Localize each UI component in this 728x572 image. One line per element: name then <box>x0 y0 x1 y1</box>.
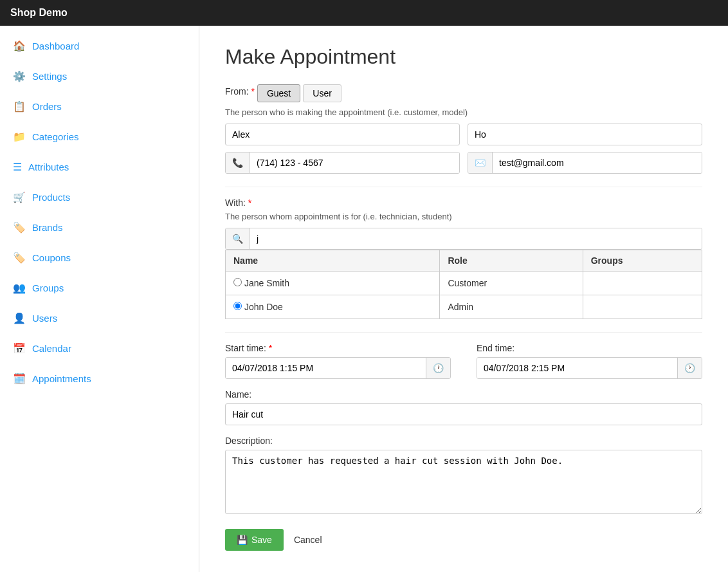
email-input[interactable] <box>493 152 702 173</box>
appointment-name-label: Name: <box>225 389 702 400</box>
cell-groups-1 <box>583 295 702 319</box>
attributes-icon: ☰ <box>13 161 22 173</box>
sidebar: 🏠 Dashboard ⚙️ Settings 📋 Orders 📁 Categ… <box>0 26 199 572</box>
cell-groups-0 <box>583 272 702 295</box>
table-row[interactable]: John Doe Admin <box>226 295 702 319</box>
end-time-input[interactable] <box>477 358 677 378</box>
from-label: From: * <box>225 86 255 97</box>
email-field: ✉️ <box>468 152 702 174</box>
sidebar-item-appointments[interactable]: 🗓️ Appointments <box>0 364 199 394</box>
with-label: With: * <box>225 198 702 208</box>
first-name-input[interactable] <box>225 124 460 145</box>
start-required: * <box>269 343 272 353</box>
user-radio-1[interactable] <box>233 302 242 310</box>
col-groups: Groups <box>583 250 702 272</box>
last-name-input[interactable] <box>468 124 702 145</box>
settings-icon: ⚙️ <box>13 70 26 82</box>
cell-name: Jane Smith <box>226 272 440 295</box>
search-icon: 🔍 <box>226 228 250 249</box>
user-table: Name Role Groups Jane Smith Customer Joh… <box>225 250 702 319</box>
guest-button[interactable]: Guest <box>257 84 300 102</box>
users-icon: 👤 <box>13 312 26 324</box>
save-button[interactable]: 💾 Save <box>225 529 284 551</box>
table-row[interactable]: Jane Smith Customer <box>226 272 702 295</box>
sidebar-label-products: Products <box>32 192 70 203</box>
contact-row: 📞 ✉️ <box>225 152 702 174</box>
with-required: * <box>248 198 251 208</box>
end-clock-icon[interactable]: 🕐 <box>677 358 702 378</box>
start-clock-icon[interactable]: 🕐 <box>426 358 450 378</box>
sidebar-item-categories[interactable]: 📁 Categories <box>0 122 199 152</box>
sidebar-item-brands[interactable]: 🏷️ Brands <box>0 212 199 243</box>
from-toggle-row: From: * Guest User <box>225 84 702 102</box>
sidebar-label-attributes: Attributes <box>28 161 69 172</box>
sidebar-item-products[interactable]: 🛒 Products <box>0 182 199 212</box>
groups-icon: 👥 <box>13 282 26 294</box>
start-time-label: Start time: * <box>225 343 451 353</box>
start-time-field: Start time: * 🕐 <box>225 343 451 379</box>
from-required: * <box>251 86 254 97</box>
sidebar-label-coupons: Coupons <box>32 252 71 263</box>
sidebar-label-users: Users <box>32 313 57 324</box>
end-time-label: End time: <box>477 343 702 353</box>
end-time-wrap: 🕐 <box>477 357 702 379</box>
cell-role-1: Admin <box>440 295 583 319</box>
app-title: Shop Demo <box>10 7 68 19</box>
sidebar-item-calendar[interactable]: 📅 Calendar <box>0 333 199 364</box>
phone-icon: 📞 <box>226 152 250 173</box>
sidebar-item-dashboard[interactable]: 🏠 Dashboard <box>0 31 199 61</box>
sidebar-label-dashboard: Dashboard <box>32 41 79 51</box>
start-time-wrap: 🕐 <box>225 357 451 379</box>
with-search-input[interactable] <box>250 228 702 249</box>
appointment-name-input[interactable] <box>225 403 702 425</box>
dashboard-icon: 🏠 <box>13 40 26 52</box>
with-section: With: * The person whom appointment is f… <box>225 198 702 319</box>
sidebar-label-appointments: Appointments <box>32 373 91 384</box>
coupons-icon: 🏷️ <box>13 252 26 264</box>
actions-row: 💾 Save Cancel <box>225 529 702 551</box>
sidebar-item-attributes[interactable]: ☰ Attributes <box>0 152 199 182</box>
appointment-name-field: Name: <box>225 389 702 425</box>
user-button[interactable]: User <box>303 84 341 102</box>
categories-icon: 📁 <box>13 131 26 143</box>
sidebar-item-users[interactable]: 👤 Users <box>0 303 199 333</box>
sidebar-item-groups[interactable]: 👥 Groups <box>0 273 199 303</box>
user-name-1: John Doe <box>244 302 283 312</box>
sidebar-item-orders[interactable]: 📋 Orders <box>0 91 199 122</box>
col-role: Role <box>440 250 583 272</box>
sidebar-label-brands: Brands <box>32 222 63 233</box>
calendar-icon: 📅 <box>13 342 26 355</box>
user-radio-0[interactable] <box>233 278 242 286</box>
cell-name: John Doe <box>226 295 440 319</box>
cell-role-0: Customer <box>440 272 583 295</box>
sidebar-item-coupons[interactable]: 🏷️ Coupons <box>0 243 199 273</box>
email-icon: ✉️ <box>468 152 493 173</box>
from-hint: The person who is making the appointment… <box>225 107 702 117</box>
user-name-0: Jane Smith <box>244 278 289 288</box>
end-time-field: End time: 🕐 <box>477 343 702 379</box>
appointments-icon: 🗓️ <box>13 373 26 385</box>
topbar: Shop Demo <box>0 0 728 26</box>
description-label: Description: <box>225 436 702 446</box>
brands-icon: 🏷️ <box>13 221 26 234</box>
time-row: Start time: * 🕐 End time: 🕐 <box>225 343 702 379</box>
orders-icon: 📋 <box>13 100 26 113</box>
name-row <box>225 124 702 145</box>
with-search-box: 🔍 <box>225 228 702 250</box>
description-textarea[interactable] <box>225 450 702 514</box>
with-hint: The person whom appointment is for (i.e.… <box>225 212 702 221</box>
sidebar-label-settings: Settings <box>32 71 67 82</box>
products-icon: 🛒 <box>13 191 26 203</box>
sidebar-label-groups: Groups <box>32 282 64 293</box>
phone-input[interactable] <box>250 152 459 173</box>
cancel-link[interactable]: Cancel <box>294 535 322 545</box>
sidebar-label-orders: Orders <box>32 101 62 112</box>
save-icon: 💾 <box>237 535 248 545</box>
start-time-input[interactable] <box>226 358 426 378</box>
main-content: Make Appointment From: * Guest User The … <box>199 26 728 572</box>
phone-field: 📞 <box>225 152 460 174</box>
description-field: Description: <box>225 436 702 516</box>
page-title: Make Appointment <box>225 45 702 69</box>
col-name: Name <box>226 250 440 272</box>
sidebar-item-settings[interactable]: ⚙️ Settings <box>0 61 199 91</box>
